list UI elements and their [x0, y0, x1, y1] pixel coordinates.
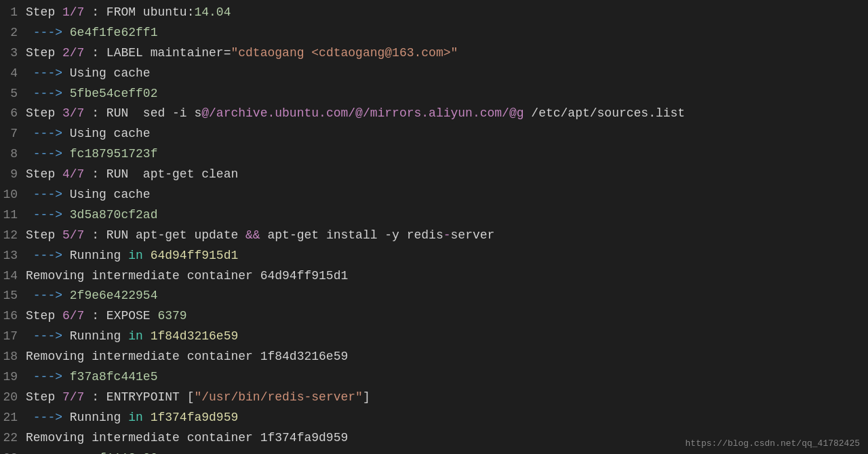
line-number: 16 — [0, 307, 26, 326]
line-number: 6 — [0, 104, 26, 123]
line-content: ---> Using cache — [26, 186, 868, 205]
line-number: 12 — [0, 226, 26, 245]
text-segment: ---> — [26, 370, 70, 384]
text-segment: ---> — [26, 329, 70, 343]
text-segment: 5fbe54ceff02 — [70, 87, 158, 100]
text-segment: Step — [26, 390, 62, 404]
text-segment: Using cache — [70, 188, 151, 201]
text-segment: ---> — [26, 127, 70, 140]
text-segment: 1f374fa9d959 — [143, 411, 238, 424]
text-segment: : EXPOSE — [84, 309, 157, 323]
text-segment: ---> — [26, 147, 70, 161]
terminal-line: 3Step 2/7 : LABEL maintainer="cdtaogang … — [0, 43, 868, 64]
text-segment: ---> — [26, 66, 70, 80]
text-segment: in — [128, 249, 143, 262]
terminal-line: 4 ---> Using cache — [0, 64, 868, 84]
text-segment: Running — [70, 411, 128, 424]
text-segment: Step — [26, 46, 62, 60]
terminal-line: 23 ---> ceaaf1113c20 — [0, 449, 868, 454]
line-content: Step 6/7 : EXPOSE 6379 — [26, 307, 868, 326]
terminal-line: 9Step 4/7 : RUN apt-get clean — [0, 165, 868, 185]
line-content: ---> Running in 64d94ff915d1 — [26, 247, 868, 266]
text-segment: 1f84d3216e59 — [143, 329, 238, 343]
text-segment: in — [128, 411, 143, 424]
text-segment: server — [451, 228, 495, 242]
text-segment: 6e4f1fe62ff1 — [70, 26, 158, 39]
text-segment: apt-get install -y redis — [260, 228, 443, 242]
text-segment: Step — [26, 106, 62, 120]
terminal-line: 2 ---> 6e4f1fe62ff1 — [0, 23, 868, 43]
line-number: 3 — [0, 44, 26, 63]
line-content: ---> fc187951723f — [26, 145, 868, 164]
text-segment: "/usr/bin/redis-server" — [194, 390, 362, 404]
terminal-window: 1Step 1/7 : FROM ubuntu:14.042 ---> 6e4f… — [0, 0, 868, 454]
text-segment: "cdtaogang <cdtaogang@163.com>" — [231, 46, 458, 60]
line-content: Step 3/7 : RUN sed -i s@/archive.ubuntu.… — [26, 104, 868, 123]
text-segment: Using cache — [70, 66, 151, 80]
line-content: ---> Running in 1f374fa9d959 — [26, 409, 868, 428]
text-segment: ---> — [26, 26, 70, 39]
line-content: ---> 5fbe54ceff02 — [26, 85, 868, 104]
line-content: ---> 6e4f1fe62ff1 — [26, 24, 868, 43]
line-content: ---> Using cache — [26, 125, 868, 144]
line-content: Removing intermediate container 64d94ff9… — [26, 267, 868, 286]
text-segment: 5/7 — [62, 228, 84, 242]
line-content: ---> 2f9e6e422954 — [26, 287, 868, 306]
watermark: https://blog.csdn.net/qq_41782425 — [686, 438, 860, 449]
line-content: ---> 3d5a870cf2ad — [26, 206, 868, 225]
line-content: Removing intermediate container 1f84d321… — [26, 348, 868, 367]
terminal-line: 14Removing intermediate container 64d94f… — [0, 266, 868, 287]
line-content: ---> Running in 1f84d3216e59 — [26, 327, 868, 346]
terminal-line: 10 ---> Using cache — [0, 185, 868, 205]
terminal-line: 6Step 3/7 : RUN sed -i s@/archive.ubuntu… — [0, 104, 868, 124]
line-number: 4 — [0, 64, 26, 83]
text-segment: ---> — [26, 87, 70, 100]
line-number: 11 — [0, 206, 26, 225]
text-segment: Step — [26, 228, 62, 242]
terminal-line: 13 ---> Running in 64d94ff915d1 — [0, 246, 868, 266]
text-segment: Removing intermediate container 1f84d321… — [26, 350, 348, 363]
text-segment: : RUN apt-get clean — [84, 167, 238, 181]
line-content: Step 2/7 : LABEL maintainer="cdtaogang <… — [26, 44, 868, 63]
text-segment: 2f9e6e422954 — [70, 289, 158, 302]
line-number: 15 — [0, 287, 26, 306]
text-segment: Step — [26, 5, 62, 19]
terminal-line: 20Step 7/7 : ENTRYPOINT ["/usr/bin/redis… — [0, 388, 868, 408]
line-content: Step 4/7 : RUN apt-get clean — [26, 165, 868, 184]
text-segment: : ENTRYPOINT [ — [84, 390, 194, 404]
text-segment: Running — [70, 329, 128, 343]
text-segment: 1/7 — [62, 5, 84, 19]
line-number: 2 — [0, 24, 26, 43]
text-segment: @/archive.ubuntu.com/@/mirrors.aliyun.co… — [201, 106, 524, 120]
text-segment: 3d5a870cf2ad — [70, 208, 158, 222]
text-segment: ---> — [26, 208, 70, 222]
text-segment: Step — [26, 167, 62, 181]
text-segment: 4/7 — [62, 167, 84, 181]
text-segment: Using cache — [70, 127, 151, 140]
text-segment: && — [245, 228, 260, 242]
text-segment: ceaaf1113c20 — [70, 451, 158, 454]
line-number: 13 — [0, 247, 26, 266]
text-segment: 14.04 — [194, 5, 231, 19]
text-segment: ---> — [26, 451, 70, 454]
text-segment: 3/7 — [62, 106, 84, 120]
text-segment: fc187951723f — [70, 147, 158, 161]
line-number: 17 — [0, 327, 26, 346]
line-number: 7 — [0, 125, 26, 144]
text-segment: in — [128, 329, 143, 343]
text-segment: Step — [26, 309, 62, 323]
terminal-line: 12Step 5/7 : RUN apt-get update && apt-g… — [0, 226, 868, 246]
text-segment: ---> — [26, 188, 70, 201]
line-number: 20 — [0, 388, 26, 407]
text-segment: - — [443, 228, 451, 242]
terminal-line: 7 ---> Using cache — [0, 124, 868, 144]
text-segment: 7/7 — [62, 390, 84, 404]
line-number: 9 — [0, 165, 26, 184]
text-segment: Running — [70, 249, 128, 262]
terminal-line: 17 ---> Running in 1f84d3216e59 — [0, 327, 868, 347]
line-content: Step 5/7 : RUN apt-get update && apt-get… — [26, 226, 868, 245]
text-segment: 2/7 — [62, 46, 84, 60]
terminal-line: 8 ---> fc187951723f — [0, 144, 868, 165]
line-number: 5 — [0, 85, 26, 104]
text-segment: : RUN apt-get update — [84, 228, 245, 242]
